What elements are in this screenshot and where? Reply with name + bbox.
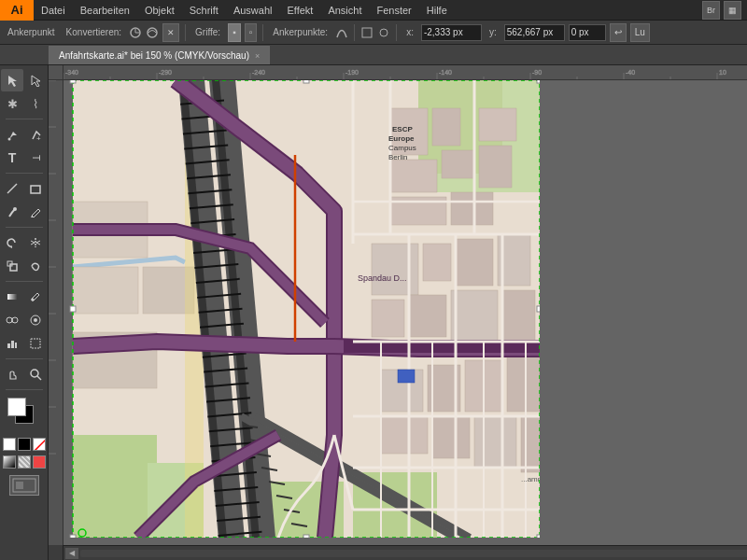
symbol-tool[interactable] — [24, 309, 47, 331]
scroll-left-button[interactable]: ◀ — [65, 548, 78, 559]
gradient-tool[interactable] — [1, 286, 23, 308]
scroll-thumb-h[interactable] — [80, 550, 747, 557]
menu-schrift[interactable]: Schrift — [182, 0, 226, 21]
menu-fenster[interactable]: Fenster — [369, 0, 418, 21]
transform-icon[interactable]: Lu — [630, 23, 650, 42]
warp-tool[interactable] — [24, 255, 47, 277]
reflect-tool[interactable] — [24, 231, 47, 254]
svg-text:Campus: Campus — [388, 144, 416, 152]
tab-bar: Anfahrtskarte.ai* bei 150 % (CMYK/Vorsch… — [0, 45, 747, 65]
horizontal-scrollbar[interactable]: ◀ ▶ — [63, 545, 747, 560]
svg-rect-10 — [10, 264, 17, 271]
x-input[interactable] — [421, 24, 482, 41]
none-swatch[interactable] — [33, 438, 46, 451]
bridge-button[interactable]: Br — [702, 1, 720, 20]
svg-point-14 — [7, 317, 12, 323]
svg-rect-82 — [456, 239, 493, 286]
menu-bar: Ai Datei Bearbeiten Objekt Schrift Auswa… — [0, 0, 747, 21]
z-input[interactable] — [569, 24, 606, 41]
rotate-tool[interactable] — [1, 231, 23, 254]
align-icon[interactable] — [360, 26, 374, 39]
anchor-smooth-icon[interactable] — [335, 26, 348, 39]
svg-rect-97 — [73, 267, 138, 314]
artboard-canvas: ESCP Europe Campus Berlin Schlossgarten … — [63, 80, 540, 538]
brush-tool[interactable] — [1, 201, 23, 223]
menu-bearbeiten[interactable]: Bearbeiten — [73, 0, 137, 21]
main-area: ✱ ⌇ + T T — [0, 65, 747, 560]
transform-again-button[interactable]: ↩ — [610, 23, 627, 42]
svg-rect-84 — [372, 300, 404, 337]
document-tab[interactable]: Anfahrtskarte.ai* bei 150 % (CMYK/Vorsch… — [49, 46, 270, 64]
svg-rect-86 — [451, 290, 498, 342]
canvas-row: 410 — [49, 80, 747, 545]
pen-tool[interactable] — [1, 123, 23, 146]
left-toolbar: ✱ ⌇ + T T — [0, 65, 49, 560]
y-input[interactable] — [504, 24, 565, 41]
svg-rect-95 — [521, 416, 540, 472]
vertical-type-tool[interactable]: T — [24, 147, 47, 169]
rect-tool[interactable] — [24, 177, 47, 200]
svg-point-18 — [34, 318, 37, 322]
menu-hilfe[interactable]: Hilfe — [419, 0, 455, 21]
artboard-tool[interactable] — [24, 332, 47, 355]
svg-text:Berlin: Berlin — [388, 153, 407, 161]
type-tool[interactable]: T — [1, 147, 23, 169]
canvas-wrapper[interactable]: ESCP Europe Campus Berlin Schlossgarten … — [63, 80, 747, 545]
lasso-tool[interactable]: ⌇ — [24, 92, 47, 115]
vertical-ruler: 410 — [49, 80, 63, 545]
hand-tool[interactable] — [1, 363, 23, 385]
gradient-swatch[interactable] — [3, 455, 16, 469]
view-mode-button[interactable]: ▦ — [724, 1, 741, 20]
direct-select-tool[interactable] — [24, 69, 47, 91]
svg-rect-182 — [70, 535, 76, 538]
svg-rect-74 — [390, 160, 437, 192]
svg-rect-73 — [432, 108, 460, 146]
add-anchor-tool[interactable]: + — [24, 123, 47, 146]
menu-objekt[interactable]: Objekt — [137, 0, 182, 21]
bottom-scrollbar-area: ◀ ▶ — [49, 545, 747, 560]
griffe-option1[interactable]: ▪ — [228, 23, 241, 42]
tab-close-button[interactable]: × — [255, 47, 260, 65]
white-swatch[interactable] — [3, 438, 16, 451]
app-logo: Ai — [0, 0, 34, 21]
eyedropper-tool[interactable] — [24, 286, 47, 308]
pencil-tool[interactable] — [24, 201, 47, 223]
convert-corner-icon[interactable] — [129, 26, 142, 39]
menu-datei[interactable]: Datei — [34, 0, 73, 21]
magic-wand-tool[interactable]: ✱ — [1, 92, 23, 115]
scroll-corner — [49, 545, 63, 560]
red-swatch[interactable] — [33, 455, 46, 469]
line-tool[interactable] — [1, 177, 23, 200]
distribute-icon[interactable] — [377, 26, 390, 39]
svg-text:-90: -90 — [532, 69, 542, 76]
svg-rect-77 — [479, 146, 512, 188]
blend-tool[interactable] — [1, 309, 23, 331]
toggle-x-button[interactable]: ✕ — [162, 23, 179, 42]
convert-smooth-icon[interactable] — [146, 26, 159, 39]
zoom-tool[interactable] — [24, 363, 47, 385]
canvas-with-rulers: -340 -290 -240 -190 -140 -90 -40 — [49, 65, 747, 560]
svg-text:Spandau D...: Spandau D... — [358, 273, 407, 283]
svg-point-13 — [32, 299, 35, 301]
pattern-swatch[interactable] — [18, 455, 31, 469]
svg-text:-290: -290 — [159, 69, 172, 76]
artboard-navigator[interactable] — [9, 475, 39, 496]
scale-tool[interactable] — [1, 255, 23, 277]
menu-effekt[interactable]: Effekt — [279, 0, 320, 21]
x-label: x: — [402, 27, 417, 37]
graph-tool[interactable] — [1, 332, 23, 355]
menu-auswahl[interactable]: Auswahl — [226, 0, 280, 21]
black-swatch[interactable] — [18, 438, 31, 451]
griffe-option2[interactable]: ▫ — [245, 23, 258, 42]
toolbar-ankerpunkte-label: Ankerpunkte: — [269, 27, 331, 37]
svg-line-24 — [37, 376, 41, 380]
select-tool[interactable] — [1, 69, 23, 91]
menu-ansicht[interactable]: Ansicht — [320, 0, 369, 21]
tool-sep-2 — [6, 173, 43, 174]
tool-sep-1 — [6, 119, 43, 119]
svg-rect-178 — [303, 80, 309, 83]
svg-rect-81 — [423, 244, 451, 281]
svg-text:10: 10 — [719, 69, 726, 76]
ruler-area: -340 -290 -240 -190 -140 -90 -40 — [49, 65, 747, 80]
foreground-color-swatch[interactable] — [7, 398, 26, 416]
